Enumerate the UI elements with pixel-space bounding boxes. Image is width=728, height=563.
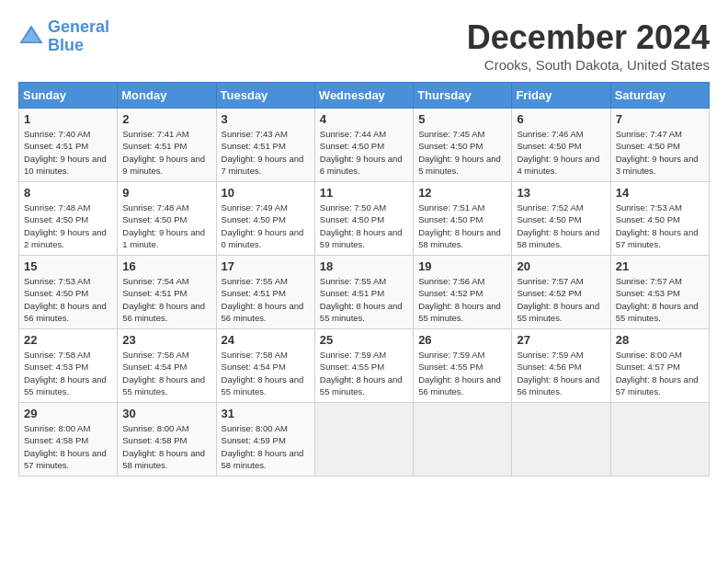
month-title: December 2024 — [467, 18, 710, 57]
day-number: 9 — [122, 186, 210, 200]
day-number: 25 — [320, 333, 408, 347]
day-number: 14 — [616, 186, 704, 200]
day-cell: 25 Sunrise: 7:59 AM Sunset: 4:55 PM Dayl… — [314, 329, 413, 403]
day-number: 20 — [517, 259, 605, 273]
day-number: 28 — [616, 333, 704, 347]
logo-icon — [18, 24, 44, 50]
day-cell — [610, 403, 709, 477]
day-info: Sunrise: 7:51 AM Sunset: 4:50 PM Dayligh… — [418, 201, 506, 250]
day-cell: 4 Sunrise: 7:44 AM Sunset: 4:50 PM Dayli… — [314, 109, 413, 182]
day-info: Sunrise: 7:59 AM Sunset: 4:56 PM Dayligh… — [517, 349, 605, 397]
week-row-1: 1 Sunrise: 7:40 AM Sunset: 4:51 PM Dayli… — [19, 109, 710, 182]
day-cell: 2 Sunrise: 7:41 AM Sunset: 4:51 PM Dayli… — [118, 109, 216, 182]
logo-line2: Blue — [48, 36, 84, 54]
day-info: Sunrise: 7:50 AM Sunset: 4:50 PM Dayligh… — [320, 201, 408, 250]
day-number: 13 — [517, 186, 605, 200]
day-info: Sunrise: 8:00 AM Sunset: 4:58 PM Dayligh… — [24, 422, 112, 471]
calendar-body: 1 Sunrise: 7:40 AM Sunset: 4:51 PM Dayli… — [19, 109, 710, 477]
day-number: 3 — [222, 112, 310, 126]
day-cell: 14 Sunrise: 7:53 AM Sunset: 4:50 PM Dayl… — [610, 182, 709, 256]
day-cell: 23 Sunrise: 7:58 AM Sunset: 4:54 PM Dayl… — [118, 329, 216, 403]
day-number: 29 — [24, 407, 112, 420]
day-cell: 12 Sunrise: 7:51 AM Sunset: 4:50 PM Dayl… — [414, 182, 512, 256]
day-info: Sunrise: 7:58 AM Sunset: 4:53 PM Dayligh… — [24, 349, 112, 397]
day-number: 23 — [122, 333, 210, 347]
day-info: Sunrise: 7:47 AM Sunset: 4:50 PM Dayligh… — [616, 128, 704, 177]
day-info: Sunrise: 7:59 AM Sunset: 4:55 PM Dayligh… — [320, 349, 408, 397]
day-cell: 1 Sunrise: 7:40 AM Sunset: 4:51 PM Dayli… — [19, 109, 118, 182]
day-cell: 6 Sunrise: 7:46 AM Sunset: 4:50 PM Dayli… — [512, 109, 610, 182]
day-info: Sunrise: 7:43 AM Sunset: 4:51 PM Dayligh… — [222, 128, 310, 177]
logo-line1: General — [48, 17, 109, 36]
day-cell: 27 Sunrise: 7:59 AM Sunset: 4:56 PM Dayl… — [512, 329, 610, 403]
day-cell — [314, 403, 413, 477]
logo: General Blue — [18, 18, 109, 55]
day-number: 17 — [222, 259, 310, 273]
day-cell: 17 Sunrise: 7:55 AM Sunset: 4:51 PM Dayl… — [216, 256, 314, 329]
day-number: 10 — [222, 186, 310, 200]
day-number: 22 — [24, 333, 112, 347]
day-number: 6 — [517, 112, 605, 126]
day-cell: 15 Sunrise: 7:53 AM Sunset: 4:50 PM Dayl… — [19, 256, 118, 329]
day-number: 21 — [616, 259, 704, 273]
day-number: 27 — [517, 333, 605, 347]
day-cell: 13 Sunrise: 7:52 AM Sunset: 4:50 PM Dayl… — [512, 182, 610, 256]
day-info: Sunrise: 7:49 AM Sunset: 4:50 PM Dayligh… — [222, 201, 310, 250]
day-number: 2 — [122, 112, 210, 126]
day-cell: 9 Sunrise: 7:48 AM Sunset: 4:50 PM Dayli… — [118, 182, 216, 256]
day-info: Sunrise: 7:55 AM Sunset: 4:51 PM Dayligh… — [222, 275, 310, 324]
day-info: Sunrise: 7:46 AM Sunset: 4:50 PM Dayligh… — [517, 128, 605, 177]
day-cell: 28 Sunrise: 8:00 AM Sunset: 4:57 PM Dayl… — [610, 329, 709, 403]
week-row-5: 29 Sunrise: 8:00 AM Sunset: 4:58 PM Dayl… — [19, 403, 710, 477]
week-row-4: 22 Sunrise: 7:58 AM Sunset: 4:53 PM Dayl… — [19, 329, 710, 403]
day-number: 8 — [24, 186, 112, 200]
day-cell: 11 Sunrise: 7:50 AM Sunset: 4:50 PM Dayl… — [314, 182, 413, 256]
day-cell: 7 Sunrise: 7:47 AM Sunset: 4:50 PM Dayli… — [610, 109, 709, 182]
day-number: 24 — [222, 333, 310, 347]
day-info: Sunrise: 7:44 AM Sunset: 4:50 PM Dayligh… — [320, 128, 408, 177]
day-info: Sunrise: 7:53 AM Sunset: 4:50 PM Dayligh… — [24, 275, 112, 324]
day-number: 11 — [320, 186, 408, 200]
week-row-2: 8 Sunrise: 7:48 AM Sunset: 4:50 PM Dayli… — [19, 182, 710, 256]
header-cell-friday: Friday — [512, 83, 610, 109]
day-info: Sunrise: 7:58 AM Sunset: 4:54 PM Dayligh… — [222, 349, 310, 397]
calendar-header: SundayMondayTuesdayWednesdayThursdayFrid… — [19, 83, 710, 109]
day-number: 7 — [616, 112, 704, 126]
day-number: 12 — [418, 186, 506, 200]
day-cell: 30 Sunrise: 8:00 AM Sunset: 4:58 PM Dayl… — [118, 403, 216, 477]
day-cell: 20 Sunrise: 7:57 AM Sunset: 4:52 PM Dayl… — [512, 256, 610, 329]
day-info: Sunrise: 7:56 AM Sunset: 4:52 PM Dayligh… — [418, 275, 506, 324]
day-cell: 31 Sunrise: 8:00 AM Sunset: 4:59 PM Dayl… — [216, 403, 314, 477]
day-info: Sunrise: 8:00 AM Sunset: 4:58 PM Dayligh… — [122, 422, 210, 471]
day-cell: 26 Sunrise: 7:59 AM Sunset: 4:55 PM Dayl… — [414, 329, 512, 403]
calendar-table: SundayMondayTuesdayWednesdayThursdayFrid… — [18, 82, 710, 477]
header-cell-sunday: Sunday — [19, 83, 118, 109]
header-cell-monday: Monday — [118, 83, 216, 109]
day-cell: 16 Sunrise: 7:54 AM Sunset: 4:51 PM Dayl… — [118, 256, 216, 329]
day-number: 19 — [418, 259, 506, 273]
day-info: Sunrise: 7:54 AM Sunset: 4:51 PM Dayligh… — [122, 275, 210, 324]
logo-text: General Blue — [48, 18, 109, 55]
day-cell: 10 Sunrise: 7:49 AM Sunset: 4:50 PM Dayl… — [216, 182, 314, 256]
day-cell: 22 Sunrise: 7:58 AM Sunset: 4:53 PM Dayl… — [19, 329, 118, 403]
day-info: Sunrise: 7:41 AM Sunset: 4:51 PM Dayligh… — [122, 128, 210, 177]
day-info: Sunrise: 7:57 AM Sunset: 4:53 PM Dayligh… — [616, 275, 704, 324]
header-cell-thursday: Thursday — [414, 83, 512, 109]
day-info: Sunrise: 7:40 AM Sunset: 4:51 PM Dayligh… — [24, 128, 112, 177]
day-number: 5 — [418, 112, 506, 126]
day-cell: 5 Sunrise: 7:45 AM Sunset: 4:50 PM Dayli… — [414, 109, 512, 182]
week-row-3: 15 Sunrise: 7:53 AM Sunset: 4:50 PM Dayl… — [19, 256, 710, 329]
header-cell-wednesday: Wednesday — [314, 83, 413, 109]
day-number: 18 — [320, 259, 408, 273]
day-info: Sunrise: 7:52 AM Sunset: 4:50 PM Dayligh… — [517, 201, 605, 250]
day-cell — [414, 403, 512, 477]
day-number: 26 — [418, 333, 506, 347]
header-cell-tuesday: Tuesday — [216, 83, 314, 109]
day-number: 4 — [320, 112, 408, 126]
day-number: 15 — [24, 259, 112, 273]
day-cell: 18 Sunrise: 7:55 AM Sunset: 4:51 PM Dayl… — [314, 256, 413, 329]
day-number: 30 — [122, 407, 210, 420]
day-number: 1 — [24, 112, 112, 126]
day-cell: 21 Sunrise: 7:57 AM Sunset: 4:53 PM Dayl… — [610, 256, 709, 329]
day-number: 31 — [222, 407, 310, 420]
